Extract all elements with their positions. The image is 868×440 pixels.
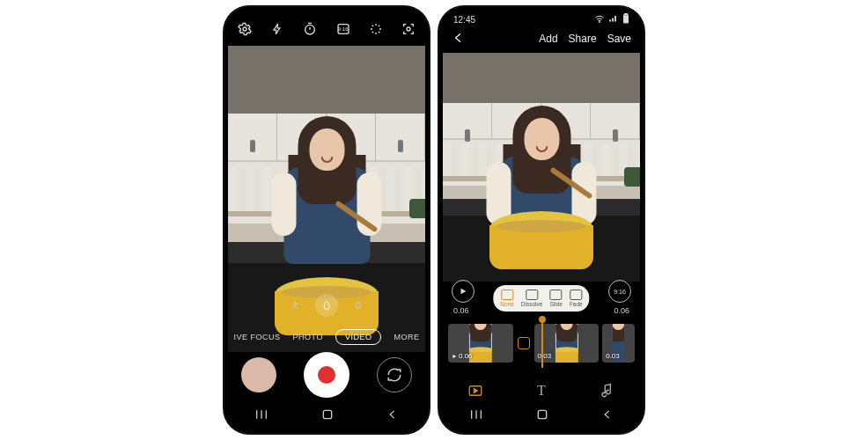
camera-top-toolbar: 9:16 [228, 16, 425, 42]
zoom-normal-icon[interactable] [315, 294, 338, 317]
status-time: 12:45 [453, 15, 475, 25]
svg-point-5 [600, 22, 600, 23]
transition-slide[interactable]: Slide [549, 290, 562, 307]
share-button[interactable]: Share [569, 33, 597, 45]
ratio-icon[interactable]: 9:16 [335, 21, 351, 37]
clip-3[interactable]: 0.03 [602, 324, 635, 363]
editor-preview[interactable] [443, 53, 640, 282]
record-button[interactable] [304, 352, 349, 398]
back-icon[interactable] [452, 31, 466, 48]
save-button[interactable]: Save [607, 33, 631, 45]
svg-rect-10 [538, 410, 546, 418]
clip-1[interactable]: 0.06 [448, 324, 513, 363]
svg-rect-4 [323, 410, 331, 418]
mode-video-selected[interactable]: VIDEO [335, 329, 382, 345]
add-button[interactable]: Add [539, 33, 557, 45]
svg-point-0 [243, 27, 246, 31]
editor-header: Add Share Save [443, 26, 640, 51]
tool-music-icon[interactable] [599, 382, 616, 400]
svg-rect-8 [624, 17, 628, 23]
mode-photo[interactable]: PHOTO [293, 333, 323, 341]
editor-tools-bar: T [443, 377, 640, 405]
battery-icon [622, 13, 629, 26]
flash-icon[interactable] [269, 21, 285, 37]
nav-recents-icon[interactable] [469, 408, 483, 424]
clip-transition-handle[interactable] [517, 320, 531, 366]
tool-video-icon[interactable] [467, 382, 484, 400]
tool-text-icon[interactable]: T [533, 382, 550, 400]
nav-home-icon[interactable] [320, 407, 335, 425]
mode-live-focus[interactable]: IVE FOCUS [234, 333, 281, 341]
svg-point-3 [407, 27, 410, 31]
scene-detect-icon[interactable] [401, 21, 416, 37]
android-navbar [228, 407, 425, 426]
transition-dissolve[interactable]: Dissolve [521, 290, 543, 307]
play-button[interactable] [452, 280, 474, 303]
playhead[interactable] [541, 319, 543, 368]
android-navbar [443, 407, 640, 426]
nav-back-icon[interactable] [386, 408, 399, 424]
transition-picker: None Dissolve Slide Fade [493, 285, 589, 312]
camera-mode-row[interactable]: IVE FOCUS PHOTO VIDEO MORE [228, 329, 425, 345]
signal-icon [608, 14, 619, 25]
mode-more[interactable]: MORE [394, 333, 419, 341]
gallery-thumbnail[interactable] [241, 357, 276, 392]
shutter-row [228, 350, 425, 400]
nav-home-icon[interactable] [535, 407, 549, 425]
wifi-icon [594, 14, 605, 25]
transition-fade[interactable]: Fade [570, 290, 583, 307]
switch-camera-button[interactable] [377, 357, 412, 392]
nav-back-icon[interactable] [601, 408, 614, 424]
settings-icon[interactable] [237, 21, 253, 37]
filters-icon[interactable] [368, 21, 384, 37]
zoom-wide-icon[interactable] [283, 294, 306, 317]
phone-camera: 9:16 IVE FOCUS PHOTO VIDEO MORE [224, 7, 429, 433]
nav-recents-icon[interactable] [254, 408, 268, 424]
zoom-tele-icon[interactable] [347, 294, 370, 317]
time-total: 0.06 [614, 306, 629, 315]
time-elapsed: 0.06 [453, 306, 469, 315]
zoom-row [228, 294, 425, 317]
transition-none[interactable]: None [500, 290, 514, 307]
phone-editor: 12:45 Add Share Save 9:16 0.06 0.06 None… [439, 7, 644, 433]
clip-2[interactable]: 0.03 [534, 324, 600, 363]
svg-point-1 [305, 25, 315, 34]
status-bar: 12:45 [443, 12, 640, 26]
svg-rect-7 [625, 14, 627, 15]
timer-icon[interactable] [302, 21, 318, 37]
aspect-ratio-button[interactable]: 9:16 [608, 280, 631, 303]
